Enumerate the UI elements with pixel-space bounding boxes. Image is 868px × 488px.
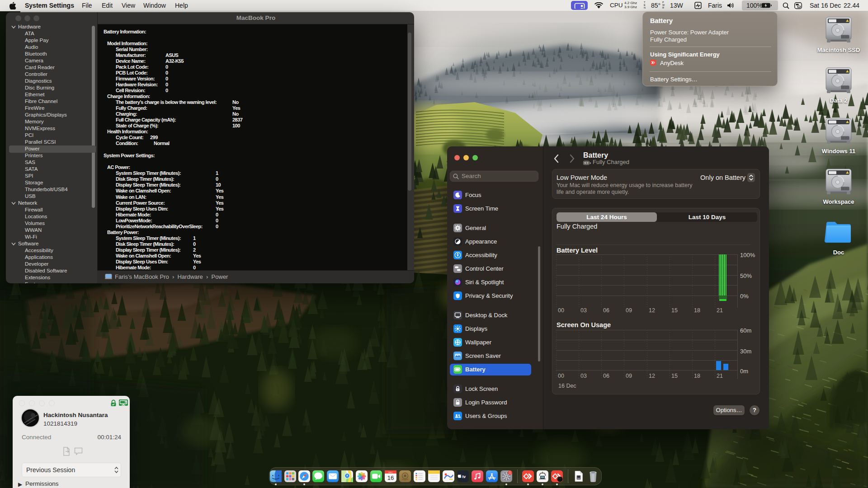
svg-text:1: 1: [509, 471, 511, 474]
svg-text:16: 16: [387, 474, 394, 481]
svg-text:DEC: DEC: [389, 471, 393, 474]
svg-text:tv: tv: [462, 474, 466, 479]
